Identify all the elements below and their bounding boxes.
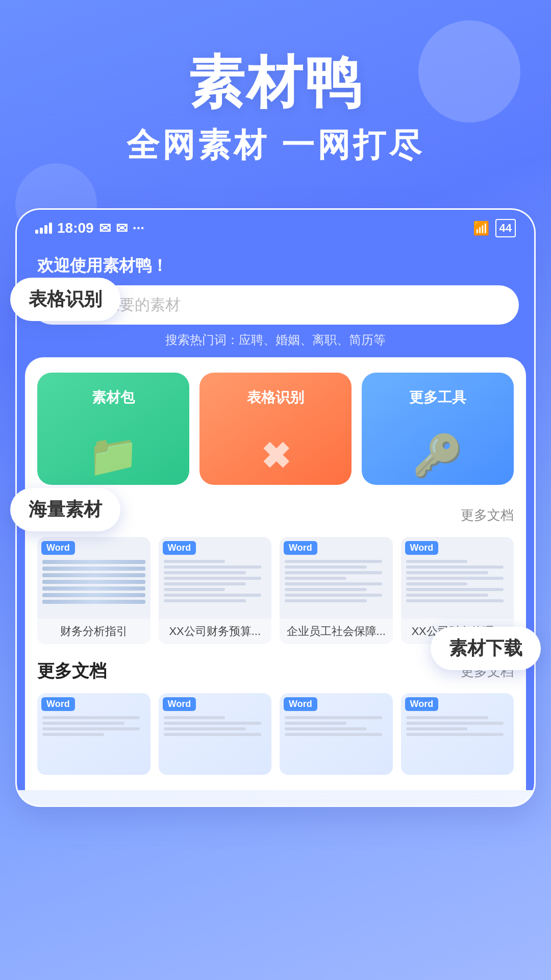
word-badge-1: Word [41,541,75,555]
free-docs-more[interactable]: 更多文档 [461,506,514,524]
word-badge-2: Word [163,541,196,555]
main-card: 素材包 📁 表格识别 ✖ 更多工具 🔑 免费文档 更多文档 [25,357,526,790]
word-badge-4: Word [405,541,439,555]
more-doc-thumbnail-2: Word [159,693,272,775]
status-bar: 18:09 ✉ ✉ ··· 📶 44 [17,210,534,242]
free-docs-grid: Word 财务分析指引 [37,537,514,644]
more-doc-item-4[interactable]: Word [401,693,514,775]
app-title: 素材鸭 [31,51,520,113]
battery-indicator: 44 [495,219,516,237]
doc-name-1: 财务分析指引 [37,619,151,644]
more-docs-section: 更多文档 更多文档 Word [37,659,514,775]
search-input[interactable]: 搜索想要的素材 [73,295,504,315]
doc-thumbnail-4: Word [401,537,514,619]
doc-name-2: XX公司财务预算... [159,619,272,644]
more-doc-item-2[interactable]: Word [159,693,272,775]
more-word-badge-4: Word [405,697,439,711]
feature-material-pack-label: 素材包 [92,388,135,407]
doc-thumbnail-2: Word [159,537,272,619]
more-doc-thumbnail-4: Word [401,693,514,775]
doc-thumbnail-1: Word [37,537,151,619]
status-left: 18:09 ✉ ✉ ··· [35,220,144,237]
more-docs-grid: Word Word [37,693,514,775]
status-right: 📶 44 [473,219,516,237]
mass-material-bubble: 海量素材 [10,488,120,531]
feature-more-tools[interactable]: 更多工具 🔑 [362,373,514,485]
feature-material-pack[interactable]: 素材包 📁 [37,373,189,485]
word-badge-3: Word [284,541,317,555]
status-time: 18:09 [57,220,94,236]
feature-table-recognition[interactable]: 表格识别 ✖ [199,373,352,485]
more-doc-item-1[interactable]: Word [37,693,151,775]
more-doc-thumbnail-3: Word [280,693,393,775]
wifi-icon: 📶 [473,220,489,236]
hero-section: 素材鸭 全网素材 一网打尽 [0,0,551,188]
search-hot-keywords: 搜索热门词：应聘、婚姻、离职、简历等 [17,325,534,357]
more-doc-thumbnail-1: Word [37,693,151,775]
table-icon: ✖ [261,435,291,477]
feature-table-recognition-label: 表格识别 [247,388,304,407]
email-icon-2: ✉ [116,220,128,237]
app-tagline: 全网素材 一网打尽 [31,123,520,167]
more-doc-item-3[interactable]: Word [280,693,393,775]
folder-icon: 📁 [88,432,139,480]
signal-icon [35,223,52,234]
material-download-bubble: 素材下载 [431,627,541,670]
phone-mockup-wrapper: 表格识别 素材下载 海量素材 18:09 ✉ ✉ ··· 📶 44 [15,208,536,807]
doc-item-2[interactable]: Word XX公司 [159,537,272,644]
doc-item-3[interactable]: Word 企业员工 [280,537,393,644]
doc-name-3: 企业员工社会保障... [280,619,393,644]
doc-thumbnail-3: Word [280,537,393,619]
more-word-badge-1: Word [41,697,75,711]
email-icon: ✉ [99,220,111,237]
doc-item-1[interactable]: Word 财务分析指引 [37,537,151,644]
more-docs-title: 更多文档 [37,659,107,683]
feature-grid: 素材包 📁 表格识别 ✖ 更多工具 🔑 [37,373,514,485]
dots-icon: ··· [133,220,144,236]
more-word-badge-3: Word [284,697,317,711]
feature-more-tools-label: 更多工具 [409,388,466,407]
table-recognition-bubble: 表格识别 [10,278,120,321]
tools-icon: 🔑 [412,432,463,480]
more-word-badge-2: Word [163,697,196,711]
